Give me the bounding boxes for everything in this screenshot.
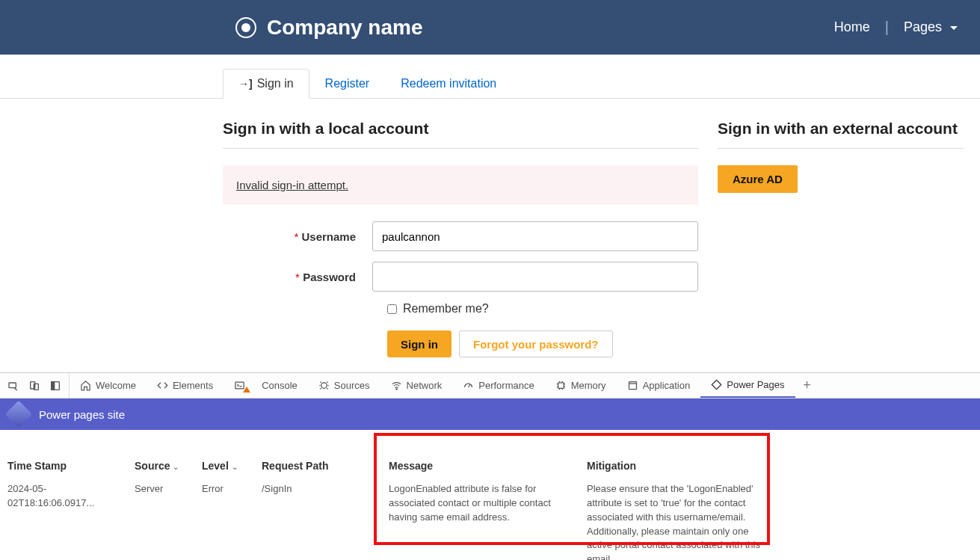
svg-point-6 <box>321 383 327 389</box>
nav-pages-label: Pages <box>904 19 942 34</box>
error-banner: Invalid sign-in attempt. <box>223 165 698 205</box>
signin-button[interactable]: Sign in <box>387 330 452 357</box>
device-toggle-icon[interactable] <box>24 375 45 396</box>
cell-request-path: /SignIn <box>262 482 389 560</box>
auth-tabs: →] Sign in Register Redeem invitation <box>223 68 980 98</box>
devtools-tab-powerpages[interactable]: Power Pages <box>700 373 795 398</box>
svg-rect-4 <box>52 381 55 390</box>
tab-redeem[interactable]: Redeem invitation <box>385 69 512 99</box>
app-header: Company name Home | Pages <box>0 0 980 55</box>
nav-pages[interactable]: Pages <box>896 19 965 35</box>
azure-ad-button[interactable]: Azure AD <box>718 165 798 193</box>
nav-separator: | <box>878 19 896 36</box>
home-icon <box>80 380 91 391</box>
powerpages-banner: Power pages site <box>0 399 980 430</box>
external-signin-title: Sign in with an external account <box>718 120 964 138</box>
username-label: * Username <box>223 230 372 243</box>
chevron-down-icon: ⌄ <box>173 463 179 471</box>
devtools-tab-elements[interactable]: Elements <box>147 373 224 398</box>
chip-icon <box>555 380 567 391</box>
inspect-icon[interactable] <box>3 375 24 396</box>
svg-rect-10 <box>712 380 721 389</box>
devtools-left-icons <box>0 373 70 398</box>
wifi-icon <box>391 380 402 391</box>
warning-icon <box>243 387 250 393</box>
cell-source: Server <box>135 482 202 560</box>
remember-label: Remember me? <box>403 302 489 316</box>
local-signin-title: Sign in with a local account <box>223 120 698 138</box>
svg-rect-9 <box>629 382 636 390</box>
external-signin-column: Sign in with an external account Azure A… <box>718 120 964 357</box>
log-area: Time Stamp Source⌄ Level⌄ Request Path M… <box>0 430 980 560</box>
local-signin-column: Sign in with a local account Invalid sig… <box>223 120 698 357</box>
password-label: * Password <box>223 271 372 283</box>
chevron-down-icon <box>950 26 958 30</box>
col-source[interactable]: Source⌄ <box>135 460 202 472</box>
page-content: Sign in with a local account Invalid sig… <box>223 120 970 357</box>
col-message[interactable]: Message <box>389 460 587 472</box>
devtools-add-tab[interactable]: + <box>795 378 819 393</box>
devtools-tab-console[interactable]: Console <box>224 373 308 398</box>
username-input[interactable] <box>372 221 698 251</box>
app-icon <box>627 380 638 391</box>
divider <box>718 148 964 149</box>
cell-mitigation: Please ensure that the 'LogonEnabled' at… <box>587 482 770 560</box>
devtools-tab-sources[interactable]: Sources <box>308 373 380 398</box>
col-level[interactable]: Level⌄ <box>202 460 262 472</box>
dock-icon[interactable] <box>45 375 66 396</box>
cell-timestamp: 2024-05-02T18:16:06.0917... <box>7 482 135 560</box>
log-header: Time Stamp Source⌄ Level⌄ Request Path M… <box>7 439 973 482</box>
devtools-tab-application[interactable]: Application <box>617 373 701 398</box>
code-icon <box>157 380 168 391</box>
devtools-tabs: Welcome Elements Console Sources Network… <box>0 373 980 399</box>
devtools-panel: Welcome Elements Console Sources Network… <box>0 372 980 560</box>
col-mitigation[interactable]: Mitigation <box>587 460 770 472</box>
password-row: * Password <box>223 262 698 292</box>
remember-checkbox[interactable] <box>387 304 397 314</box>
forgot-password-button[interactable]: Forgot your password? <box>459 330 613 357</box>
company-name: Company name <box>267 16 423 40</box>
divider <box>223 148 698 149</box>
col-request-path[interactable]: Request Path <box>262 460 389 472</box>
gauge-icon <box>463 380 474 391</box>
svg-point-7 <box>395 389 396 390</box>
button-row: Sign in Forgot your password? <box>387 330 698 357</box>
header-left: Company name <box>235 16 423 40</box>
chevron-down-icon: ⌄ <box>232 463 238 471</box>
svg-rect-8 <box>558 383 564 389</box>
username-row: * Username <box>223 221 698 251</box>
password-input[interactable] <box>372 262 698 292</box>
error-message: Invalid sign-in attempt. <box>236 179 348 191</box>
bug-icon <box>318 380 330 391</box>
powerpages-banner-title: Power pages site <box>39 408 125 421</box>
cell-level: Error <box>202 482 262 560</box>
col-timestamp[interactable]: Time Stamp <box>7 460 135 472</box>
auth-tabs-row: →] Sign in Register Redeem invitation <box>0 68 980 99</box>
tab-register[interactable]: Register <box>309 69 386 99</box>
devtools-tab-performance[interactable]: Performance <box>452 373 544 398</box>
powerpages-logo-icon <box>5 401 33 428</box>
nav-home[interactable]: Home <box>827 19 878 35</box>
log-row: 2024-05-02T18:16:06.0917... Server Error… <box>7 482 973 560</box>
company-logo-icon <box>235 17 256 38</box>
svg-rect-0 <box>9 383 16 388</box>
devtools-tab-network[interactable]: Network <box>380 373 453 398</box>
tab-signin-label: Sign in <box>257 77 294 90</box>
remember-row: Remember me? <box>387 302 698 316</box>
tab-signin[interactable]: →] Sign in <box>223 69 309 99</box>
powerpages-icon <box>711 379 722 390</box>
signin-icon: →] <box>238 78 253 90</box>
header-nav: Home | Pages <box>827 19 965 36</box>
devtools-tab-memory[interactable]: Memory <box>545 373 617 398</box>
cell-message: LogonEnabled attribute is false for asso… <box>389 482 587 560</box>
devtools-tab-welcome[interactable]: Welcome <box>70 373 147 398</box>
